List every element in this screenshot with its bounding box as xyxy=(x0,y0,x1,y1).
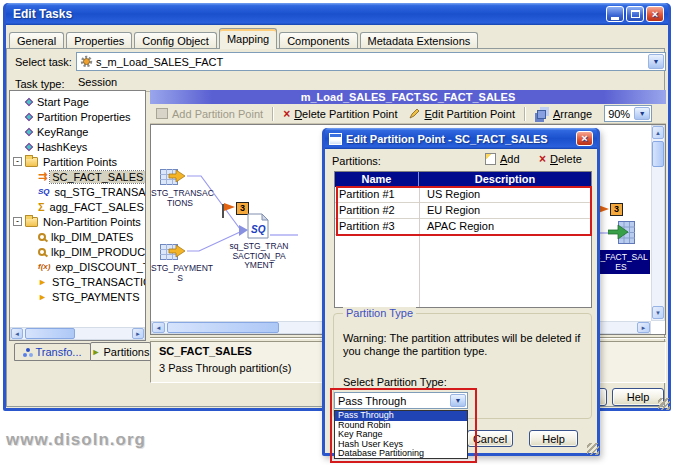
canvas-vscroll-thumb[interactable] xyxy=(652,141,664,167)
source-stg-payments-icon[interactable] xyxy=(160,241,186,261)
edit-partition-point-button[interactable]: Edit Partition Point xyxy=(403,105,521,122)
table-row[interactable]: Partition #2 EU Region xyxy=(335,203,591,219)
partition-type-combo[interactable]: Pass Through ▼ xyxy=(334,392,468,409)
delete-partition-button[interactable]: × Delete xyxy=(539,153,582,165)
target-sc-fact-sales-label[interactable]: C_FACT_SALES xyxy=(592,250,650,274)
target-sc-fact-sales-icon[interactable] xyxy=(608,220,636,246)
tree-item-partition-points[interactable]: -Partition Points xyxy=(10,154,145,169)
resize-grip[interactable] xyxy=(658,398,670,410)
dropdown-option-pass-through[interactable]: Pass Through xyxy=(335,411,467,421)
dialog-close-button[interactable]: × xyxy=(576,131,593,146)
minimize-button[interactable] xyxy=(606,6,624,22)
scroll-down-button[interactable]: ▼ xyxy=(652,306,664,319)
column-header-description[interactable]: Description xyxy=(419,172,591,187)
tree-item-sc-fact-sales[interactable]: ⇉SC_FACT_SALES xyxy=(10,169,145,184)
tree-hscroll-thumb[interactable] xyxy=(25,328,75,339)
partitions-table: Name Description Partition #1 US Region … xyxy=(334,171,592,308)
help-button[interactable]: Help xyxy=(612,388,664,406)
maximize-icon xyxy=(631,10,640,18)
arrange-button[interactable]: Arrange xyxy=(529,105,598,122)
partition-flag-icon xyxy=(224,203,235,211)
zoom-dropdown-button[interactable]: ▼ xyxy=(634,107,650,120)
collapse-toggle[interactable]: - xyxy=(13,217,22,226)
table-row[interactable]: Partition #1 US Region xyxy=(335,187,591,203)
tree-item-stg-payments[interactable]: ►STG_PAYMENTS xyxy=(10,289,145,304)
partition-type-group-title: Partition Type xyxy=(343,307,416,319)
sq-transformation-icon[interactable]: SQ xyxy=(247,213,269,239)
waypoint-icon xyxy=(25,97,33,105)
dialog-cancel-button[interactable]: Cancel xyxy=(467,430,513,447)
add-partition-icon xyxy=(156,108,168,119)
tree-item-label: KeyRange xyxy=(35,126,90,138)
dialog-icon xyxy=(329,133,342,145)
scroll-right-button[interactable]: ► xyxy=(637,322,650,333)
add-partition-button[interactable]: Add xyxy=(485,153,520,165)
tree-item-lkp-dim-dates[interactable]: lkp_DIM_DATES xyxy=(10,229,145,244)
dropdown-option-key-range[interactable]: Key Range xyxy=(335,430,467,440)
dropdown-option-round-robin[interactable]: Round Robin xyxy=(335,421,467,431)
tab-metadata-extensions[interactable]: Metadata Extensions xyxy=(360,32,479,49)
tree-item-partition-properties[interactable]: Partition Properties xyxy=(10,109,145,124)
delete-partition-point-button[interactable]: × Delete Partition Point xyxy=(277,105,403,122)
source-stg-transactions-icon[interactable] xyxy=(160,166,186,186)
dropdown-option-hash-user-keys[interactable]: Hash User Keys xyxy=(335,440,467,450)
source-qualifier-icon: SQ xyxy=(38,188,50,196)
tab-general[interactable]: General xyxy=(9,32,64,49)
partition-type-dropdown-button[interactable]: ▼ xyxy=(450,394,466,407)
pencil-icon xyxy=(409,108,420,119)
edit-partition-label: Edit Partition Point xyxy=(424,108,515,120)
tree-item-exp-discount-test[interactable]: f(x)exp_DISCOUNT_TEST xyxy=(10,259,145,274)
partitions-icon: ► xyxy=(92,347,101,357)
cancel-label: Cancel xyxy=(473,433,507,445)
folder-icon xyxy=(25,217,38,227)
add-partition-point-button[interactable]: Add Partition Point xyxy=(150,105,269,122)
source-stg-payments-label[interactable]: STG_PAYMENTS xyxy=(151,264,209,283)
partition-tree: Start Page Partition Properties KeyRange… xyxy=(9,90,146,341)
collapse-toggle[interactable]: - xyxy=(13,157,22,166)
close-icon: × xyxy=(652,9,658,20)
tree-item-label: lkp_DIM_PRODUCT xyxy=(49,246,145,258)
scroll-down-icon: ▼ xyxy=(655,310,661,316)
tree-item-hashkeys[interactable]: HashKeys xyxy=(10,139,145,154)
scroll-left-button[interactable]: ◄ xyxy=(11,328,23,339)
tree-item-agg-fact-sales[interactable]: Σagg_FACT_SALES xyxy=(10,199,145,214)
tab-partitions[interactable]: ► Partitions xyxy=(90,342,151,361)
tree-item-start-page[interactable]: Start Page xyxy=(10,94,145,109)
tab-config-object[interactable]: Config Object xyxy=(134,32,217,49)
zoom-combo[interactable]: 90% ▼ xyxy=(604,105,652,122)
partition-type-value: Pass Through xyxy=(335,395,449,407)
svg-text:SQ: SQ xyxy=(251,224,266,235)
dropdown-option-database-partitioning[interactable]: Database Partitioning xyxy=(335,449,467,459)
dialog-resize-grip[interactable] xyxy=(587,443,599,455)
close-button[interactable]: × xyxy=(646,6,664,22)
source-stg-transactions-label[interactable]: STG_TRANSACTIONS xyxy=(151,189,209,208)
tree-item-non-partition-points[interactable]: -Non-Partition Points xyxy=(10,214,145,229)
scroll-right-button[interactable]: ► xyxy=(132,328,144,339)
scroll-right-icon: ► xyxy=(135,331,141,337)
tab-mapping[interactable]: Mapping xyxy=(219,28,277,49)
edit-partition-point-dialog: Edit Partition Point - SC_FACT_SALES × P… xyxy=(322,128,600,456)
tree-item-keyrange[interactable]: KeyRange xyxy=(10,124,145,139)
tree-item-stg-transactions[interactable]: ►STG_TRANSACTIONS xyxy=(10,274,145,289)
chevron-down-icon: ▼ xyxy=(639,110,646,117)
tab-components[interactable]: Components xyxy=(279,32,357,49)
scroll-up-button[interactable]: ▲ xyxy=(652,126,664,139)
tree-item-label: exp_DISCOUNT_TEST xyxy=(53,261,145,273)
column-header-name[interactable]: Name xyxy=(335,172,419,187)
sq-transformation-label[interactable]: sq_STG_TRANSACTION_PAYMENT xyxy=(221,242,297,271)
tab-properties[interactable]: Properties xyxy=(66,32,132,49)
maximize-button[interactable] xyxy=(626,6,644,22)
select-task-dropdown-button[interactable]: ▼ xyxy=(648,54,664,69)
scroll-left-button[interactable]: ◄ xyxy=(152,322,165,333)
select-task-combo[interactable]: s_m_Load_SALES_FACT ▼ xyxy=(76,52,666,71)
tree-item-label: HashKeys xyxy=(35,141,89,153)
dialog-help-button[interactable]: Help xyxy=(529,430,578,447)
tree-item-sq-stg-transaction[interactable]: SQsq_STG_TRANSACTIO xyxy=(10,184,145,199)
table-row[interactable]: Partition #3 APAC Region xyxy=(335,219,591,235)
watermark: www.disoln.org xyxy=(6,430,146,450)
tab-transformations[interactable]: Transfo... xyxy=(14,343,91,361)
tree-item-lkp-dim-product[interactable]: lkp_DIM_PRODUCT xyxy=(10,244,145,259)
canvas-hscroll-thumb[interactable] xyxy=(167,322,279,333)
zoom-value: 90% xyxy=(605,108,633,120)
waypoint-icon xyxy=(25,127,33,135)
